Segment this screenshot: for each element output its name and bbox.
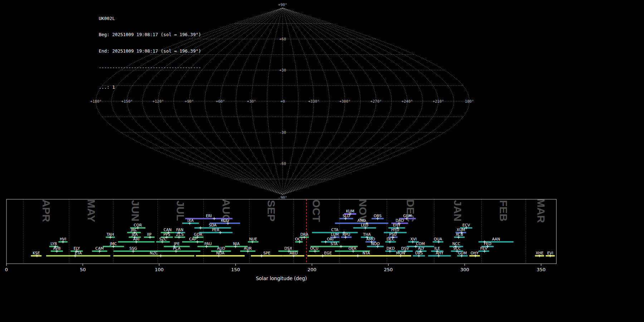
begin-time-line: Beg: 20251009 19:08:17 (sol = 196.39°) — [99, 32, 201, 37]
shower-iip: IIP — [144, 232, 155, 239]
radiant-map: +90°+60+30-30-60-90°+180°+150°+120°+90°+… — [0, 0, 644, 199]
shower-code-label: ARI — [133, 237, 140, 241]
activity-bar — [197, 246, 219, 247]
shower-zcs: ZCS — [175, 232, 185, 239]
end-time-line: End: 20251009 19:08:17 (sol = 196.39°) — [99, 48, 201, 54]
shower-code-label: LUM — [331, 232, 339, 236]
shower-code-label: AND — [357, 218, 366, 223]
shower-code-label: SCC — [453, 246, 461, 250]
longitude-label: +240° — [401, 99, 413, 103]
shower-code-label: KUM — [346, 209, 354, 213]
shower-code-label: OBS — [374, 214, 382, 218]
shower-code-label: CAP — [189, 237, 196, 241]
shower-xcb: XCB — [454, 232, 465, 239]
shower-code-label: CTA — [331, 228, 339, 232]
shower-nue: NUE — [248, 237, 259, 244]
shower-code-label: COM — [416, 241, 425, 246]
shower-code-label: FEV — [480, 246, 488, 250]
x-tick-label: 0 — [5, 267, 8, 272]
longitude-label: +300° — [339, 99, 351, 103]
shower-code-label: XVI — [410, 237, 416, 241]
x-tick-label: 350 — [537, 267, 546, 272]
shower-code-label: URS — [415, 251, 423, 255]
shower-code-label: AAN — [492, 237, 500, 241]
month-label: SEP — [265, 200, 277, 221]
session-info-panel: UK002L Beg: 20251009 19:08:17 (sol = 196… — [99, 5, 201, 101]
peak-marker — [213, 217, 216, 220]
latitude-label: -90° — [278, 195, 287, 199]
shower-code-label: NUE — [249, 237, 257, 241]
x-tick-label: 150 — [231, 267, 240, 272]
shower-obs: OBS — [371, 214, 384, 220]
shower-code-label: ORI — [327, 237, 334, 241]
shower-code-label: GDR — [194, 232, 203, 236]
shower-code-label: JBC — [131, 228, 137, 232]
shower-code-label: CAN — [164, 228, 171, 232]
shower-code-label: OCU — [310, 246, 318, 250]
shower-code-label: EHY — [393, 223, 401, 227]
month-label: FEB — [498, 200, 509, 221]
peak-marker — [260, 254, 263, 257]
latitude-label: -60 — [279, 161, 286, 166]
shower-code-label: ETA — [75, 251, 82, 255]
shower-code-label: PSU — [389, 232, 397, 236]
shower-code-label: KSE — [33, 251, 40, 255]
shower-code-label: FAN — [176, 228, 184, 232]
shower-code-label: EGE — [324, 251, 332, 255]
shower-code-label: LYR — [50, 241, 57, 246]
shower-code-label: OCT — [295, 237, 303, 241]
shower-oct: OCT — [295, 237, 303, 244]
month-label: MAR — [535, 199, 547, 223]
shower-ohy: OHY — [469, 251, 480, 258]
longitude-label: 180° — [465, 99, 474, 103]
shower-code-label: QUA — [434, 237, 443, 241]
station-id: UK002L — [99, 16, 201, 21]
shower-gum: GUM — [457, 251, 468, 258]
longitude-label: +210° — [433, 99, 444, 103]
shower-code-label: KCG — [221, 218, 229, 223]
shower-code-label: HYD — [391, 228, 399, 232]
shower-dcc: DCC — [385, 237, 396, 244]
shower-code-label: PCA — [173, 246, 181, 250]
shower-code-label: IIP — [147, 232, 152, 236]
month-label: MAY — [86, 199, 97, 222]
shower-code-label: AUD — [217, 246, 225, 250]
shower-ocu: OCU — [309, 246, 319, 253]
month-label: JAN — [452, 200, 464, 221]
latitude-label: -30 — [279, 130, 286, 135]
shower-code-label: HVI — [60, 237, 66, 241]
shower-xhe: XHE — [535, 251, 544, 258]
shower-hvi: HVI — [58, 237, 68, 244]
shower-code-label: SZC — [159, 237, 167, 241]
activity-bar — [196, 255, 245, 257]
month-label: OCT — [311, 199, 322, 222]
shower-code-label: ILE — [434, 246, 440, 250]
shower-code-label: EVI — [547, 251, 553, 255]
shower-code-label: SSG — [130, 246, 137, 250]
shower-code-label: ERI — [206, 214, 212, 218]
month-label: JUL — [175, 201, 186, 221]
shower-code-label: NCC — [452, 241, 460, 246]
shower-code-label: XHE — [536, 251, 543, 255]
shower-code-label: PER — [212, 228, 219, 232]
shower-code-label: ALY — [418, 246, 425, 250]
shower-code-label: ELY — [74, 246, 80, 250]
shower-rpu: RPU — [341, 232, 352, 239]
shower-code-label: OER — [348, 246, 356, 250]
latitude-label: +90° — [278, 3, 287, 7]
shower-code-label: JPE — [174, 241, 180, 246]
activity-bar — [46, 255, 110, 257]
shower-code-label: PAU — [204, 241, 212, 246]
activity-bar — [113, 255, 194, 257]
shower-code-label: XUM — [457, 228, 465, 232]
shower-code-label: ARD — [289, 251, 298, 255]
shower-code-label: JMC — [109, 241, 117, 246]
shower-code-label: JEA — [131, 232, 138, 236]
shower-pca: PCA — [153, 246, 200, 253]
activity-bar — [199, 232, 233, 233]
shower-code-label: NIA — [233, 241, 240, 246]
shower-code-label: SLD — [343, 214, 350, 218]
shower-code-label: FED — [484, 241, 492, 246]
activity-bar — [367, 246, 384, 247]
shower-code-label: NZC — [150, 251, 158, 255]
